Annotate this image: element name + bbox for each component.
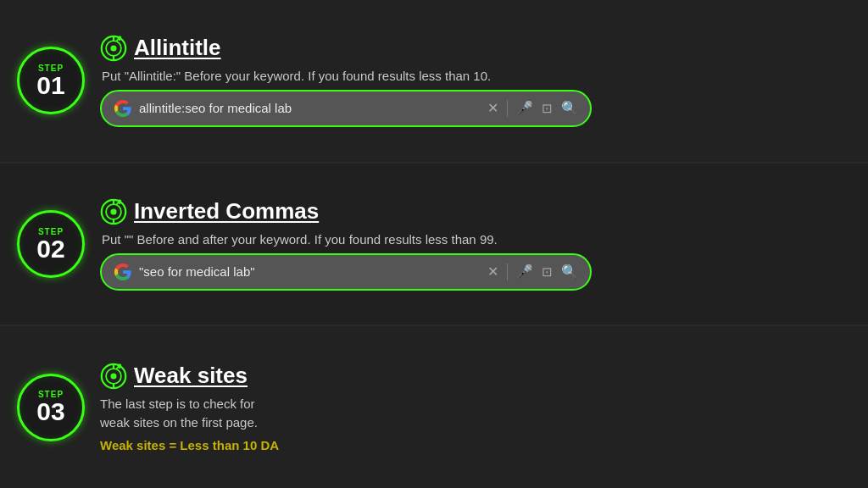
mic-icon-2[interactable]: 🎤 [516,263,533,280]
step-title-2: Inverted Commas [134,198,319,225]
search-divider-1 [507,100,508,117]
search-icons-1: ✕ 🎤 ⊡ 🔍 [487,100,578,117]
search-icon-1[interactable]: 🔍 [561,100,578,116]
step-row-1: STEP 01 Allintitle Put "Allintitle:" Be [0,0,868,164]
svg-point-2 [110,45,116,51]
step-title-1: Allintitle [134,35,221,61]
camera-icon-2[interactable]: ⊡ [542,264,553,280]
step-title-row-3: Weak sites [100,363,851,390]
camera-icon-1[interactable]: ⊡ [542,101,553,116]
search-icons-2: ✕ 🎤 ⊡ 🔍 [487,263,578,280]
search-bar-2[interactable]: "seo for medical lab" ✕ 🎤 ⊡ 🔍 [100,253,592,291]
step-content-2: Inverted Commas Put "" Before and after … [100,198,851,291]
google-logo-1 [114,99,132,118]
step-desc-2: Put "" Before and after your keyword. If… [100,230,851,248]
step-title-row-1: Allintitle [100,35,851,62]
step-circle-3: STEP 03 [17,374,85,441]
close-icon-2[interactable]: ✕ [487,263,498,280]
step-circle-1: STEP 01 [17,47,85,114]
step-number-2: 02 [36,236,64,262]
svg-point-11 [110,208,116,214]
target-icon-3 [100,363,127,390]
search-icon-2[interactable]: 🔍 [561,263,578,280]
close-icon-1[interactable]: ✕ [487,100,498,116]
target-icon-2 [100,198,127,225]
svg-point-20 [110,373,116,379]
main-container: STEP 01 Allintitle Put "Allintitle:" Be [0,0,868,488]
step-row-3: STEP 03 Weak sites The last step is to [0,326,868,488]
step-number-3: 03 [36,399,64,424]
step-circle-2: STEP 02 [17,210,85,278]
step-title-row-2: Inverted Commas [100,198,851,225]
step-title-3: Weak sites [134,363,248,389]
step-content-3: Weak sites The last step is to check for… [100,363,851,452]
weak-highlight-3: Weak sites = Less than 10 DA [100,438,851,452]
step-number-1: 01 [36,73,64,98]
step-row-2: STEP 02 Inverted Commas Put "" Before a [0,164,868,327]
search-divider-2 [507,263,508,280]
google-logo-2 [114,263,132,281]
target-icon-1 [100,35,127,62]
search-text-2: "seo for medical lab" [139,264,481,279]
step-desc-3: The last step is to check forweak sites … [100,395,851,433]
search-text-1: allintitle:seo for medical lab [139,101,481,115]
step-desc-1: Put "Allintitle:" Before your keyword. I… [100,67,851,85]
mic-icon-1[interactable]: 🎤 [516,100,533,116]
search-bar-1[interactable]: allintitle:seo for medical lab ✕ 🎤 ⊡ 🔍 [100,90,592,127]
step-content-1: Allintitle Put "Allintitle:" Before your… [100,35,851,127]
